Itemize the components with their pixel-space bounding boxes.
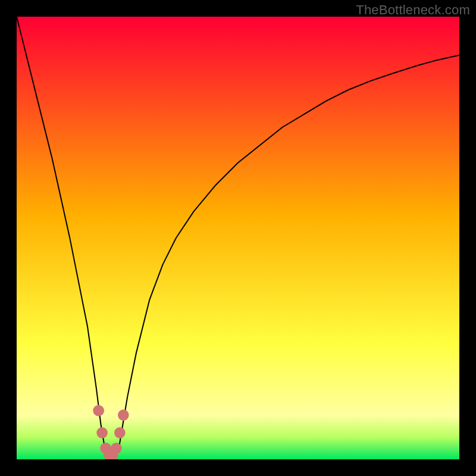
chart-outer-frame: TheBottleneck.com [0,0,476,476]
optimal-marker [96,427,108,439]
optimal-marker [118,409,129,421]
watermark-text: TheBottleneck.com [356,2,470,18]
chart-background-gradient [17,17,459,459]
optimal-marker [114,427,126,439]
optimal-marker [93,405,104,416]
optimal-marker [111,443,122,454]
bottleneck-chart [17,17,459,459]
